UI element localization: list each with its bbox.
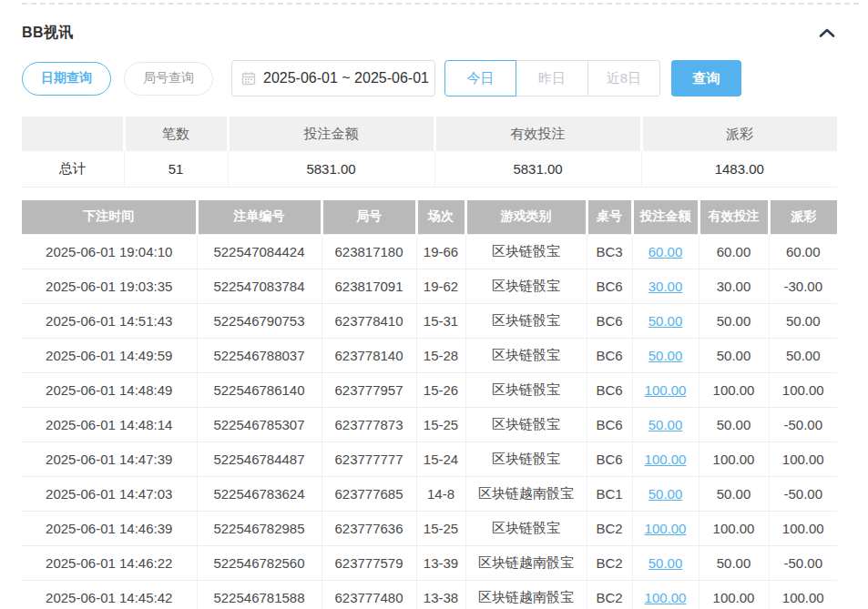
- bet-amount-link[interactable]: 50.00: [648, 555, 683, 571]
- cell-payout: 100.00: [769, 442, 837, 476]
- col-header-game-type: 游戏类别: [465, 200, 587, 234]
- cell-bet-amount: 30.00: [632, 269, 699, 303]
- cell-payout: -50.00: [769, 407, 837, 442]
- cell-valid-bet: 100.00: [699, 372, 769, 407]
- cell-session: 15-28: [416, 338, 465, 372]
- bet-table-body: 2025-06-01 19:04:10 522547084424 6238171…: [22, 234, 837, 609]
- cell-payout: 50.00: [769, 303, 837, 338]
- summary-header-row: 笔数 投注金额 有效投注 派彩: [22, 117, 837, 151]
- cell-game-type: 区块链越南骰宝: [465, 476, 587, 511]
- quick-range-yesterday[interactable]: 昨日: [516, 60, 588, 96]
- col-header-session: 场次: [416, 200, 465, 234]
- cell-bet-time: 2025-06-01 14:48:14: [22, 407, 197, 442]
- collapse-panel-button[interactable]: [817, 23, 837, 43]
- cell-bet-amount: 100.00: [632, 372, 699, 407]
- cell-table-id: BC6: [587, 442, 632, 476]
- bet-amount-link[interactable]: 50.00: [648, 348, 683, 363]
- cell-payout: 100.00: [769, 511, 837, 545]
- summary-total-bet-amount: 5831.00: [228, 151, 434, 187]
- cell-round-id: 623817091: [322, 269, 416, 303]
- col-header-payout: 派彩: [769, 200, 837, 234]
- col-header-valid-bet: 有效投注: [699, 200, 769, 234]
- cell-table-id: BC6: [587, 303, 632, 338]
- bet-amount-link[interactable]: 100.00: [645, 382, 687, 398]
- query-button[interactable]: 查询: [671, 60, 741, 96]
- cell-bet-id: 522546785307: [197, 407, 322, 442]
- cell-game-type: 区块链骰宝: [465, 442, 587, 476]
- bet-amount-link[interactable]: 100.00: [645, 521, 687, 536]
- summary-header-valid-bet: 有效投注: [434, 117, 641, 151]
- cell-session: 15-26: [416, 372, 465, 407]
- cell-session: 19-62: [416, 269, 465, 303]
- cell-table-id: BC2: [587, 511, 632, 545]
- cell-round-id: 623778410: [322, 303, 416, 338]
- cell-table-id: BC2: [587, 545, 632, 580]
- cell-table-id: BC3: [587, 234, 632, 269]
- bet-table-row: 2025-06-01 14:46:39 522546782985 6237776…: [22, 511, 837, 545]
- bet-records-table: 下注时间 注单编号 局号 场次 游戏类别 桌号 投注金额 有效投注 派彩 202…: [22, 200, 837, 609]
- cell-bet-id: 522546786140: [197, 372, 322, 407]
- cell-valid-bet: 60.00: [699, 234, 769, 269]
- cell-valid-bet: 50.00: [699, 545, 769, 580]
- panel-title: BB视讯: [22, 24, 74, 43]
- cell-bet-amount: 50.00: [632, 407, 699, 442]
- cell-bet-id: 522547084424: [197, 234, 322, 269]
- quick-range-today[interactable]: 今日: [444, 60, 516, 96]
- cell-round-id: 623777957: [322, 372, 416, 407]
- summary-total-payout: 1483.00: [641, 151, 837, 187]
- cell-payout: 50.00: [769, 338, 837, 372]
- date-query-tab[interactable]: 日期查询: [22, 62, 111, 96]
- cell-bet-time: 2025-06-01 19:03:35: [22, 269, 197, 303]
- cell-bet-time: 2025-06-01 14:45:42: [22, 580, 197, 609]
- chevron-up-icon: [819, 27, 835, 38]
- cell-bet-id: 522546784487: [197, 442, 322, 476]
- dashed-divider: [22, 3, 859, 5]
- cell-bet-time: 2025-06-01 19:04:10: [22, 234, 197, 269]
- cell-table-id: BC2: [587, 580, 632, 609]
- cell-round-id: 623778140: [322, 338, 416, 372]
- bet-amount-link[interactable]: 60.00: [648, 244, 683, 259]
- cell-bet-id: 522547083784: [197, 269, 322, 303]
- bet-table-header-row: 下注时间 注单编号 局号 场次 游戏类别 桌号 投注金额 有效投注 派彩: [22, 200, 837, 234]
- summary-total-label: 总计: [22, 151, 124, 187]
- cell-payout: 100.00: [769, 580, 837, 609]
- cell-valid-bet: 50.00: [699, 338, 769, 372]
- summary-header-blank: [22, 117, 124, 151]
- cell-round-id: 623777777: [322, 442, 416, 476]
- cell-table-id: BC1: [587, 476, 632, 511]
- cell-valid-bet: 100.00: [699, 580, 769, 609]
- bet-table-row: 2025-06-01 14:48:49 522546786140 6237779…: [22, 372, 837, 407]
- col-header-bet-amount: 投注金额: [632, 200, 699, 234]
- filter-bar: 日期查询 局号查询 2025-06-01 ~ 2025-06-01 今日 昨日 …: [22, 60, 741, 96]
- bet-amount-link[interactable]: 50.00: [648, 417, 683, 432]
- cell-payout: -50.00: [769, 545, 837, 580]
- cell-game-type: 区块链越南骰宝: [465, 545, 587, 580]
- cell-bet-id: 522546790753: [197, 303, 322, 338]
- bet-table-row: 2025-06-01 14:51:43 522546790753 6237784…: [22, 303, 837, 338]
- cell-session: 19-66: [416, 234, 465, 269]
- bet-amount-link[interactable]: 50.00: [648, 313, 683, 329]
- bet-amount-link[interactable]: 100.00: [645, 452, 687, 467]
- cell-round-id: 623817180: [322, 234, 416, 269]
- cell-game-type: 区块链骰宝: [465, 407, 587, 442]
- bet-amount-link[interactable]: 30.00: [648, 279, 683, 294]
- calendar-icon: [241, 71, 256, 86]
- bet-table-row: 2025-06-01 19:04:10 522547084424 6238171…: [22, 234, 837, 269]
- round-query-tab[interactable]: 局号查询: [124, 62, 213, 96]
- bet-amount-link[interactable]: 50.00: [648, 486, 683, 502]
- bet-amount-link[interactable]: 100.00: [645, 590, 687, 605]
- summary-table: 笔数 投注金额 有效投注 派彩 总计 51 5831.00 5831.00 14…: [22, 117, 837, 188]
- cell-bet-id: 522546781588: [197, 580, 322, 609]
- cell-bet-time: 2025-06-01 14:49:59: [22, 338, 197, 372]
- date-range-input[interactable]: 2025-06-01 ~ 2025-06-01: [231, 60, 435, 96]
- cell-bet-amount: 100.00: [632, 511, 699, 545]
- cell-bet-id: 522546783624: [197, 476, 322, 511]
- cell-bet-amount: 50.00: [632, 545, 699, 580]
- cell-round-id: 623777480: [322, 580, 416, 609]
- cell-valid-bet: 30.00: [699, 269, 769, 303]
- col-header-table-id: 桌号: [587, 200, 632, 234]
- quick-range-last8[interactable]: 近8日: [588, 60, 660, 96]
- cell-bet-time: 2025-06-01 14:48:49: [22, 372, 197, 407]
- cell-bet-amount: 100.00: [632, 580, 699, 609]
- bet-table-row: 2025-06-01 14:48:14 522546785307 6237778…: [22, 407, 837, 442]
